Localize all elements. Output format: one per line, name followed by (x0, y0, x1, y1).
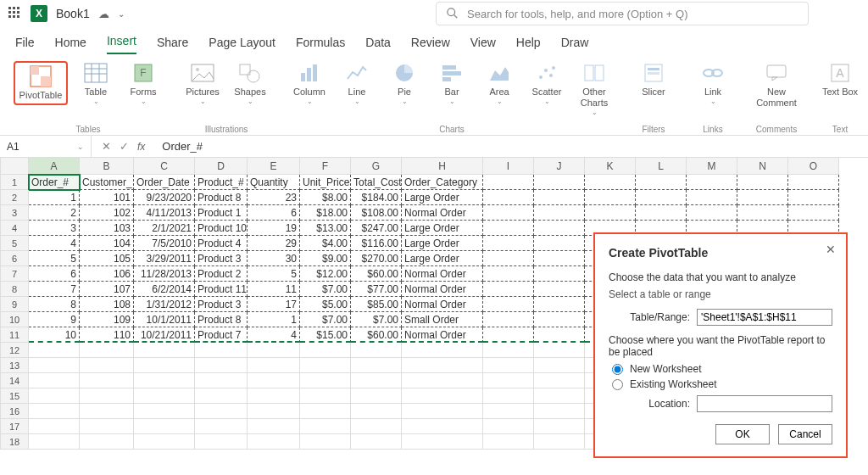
cell[interactable] (80, 358, 134, 373)
cell[interactable]: Order_Date (134, 175, 195, 190)
row-header[interactable]: 1 (0, 175, 29, 190)
cell[interactable] (788, 205, 839, 221)
cell[interactable] (534, 251, 585, 266)
cell[interactable]: $7.00 (300, 312, 351, 327)
chevron-down-icon[interactable]: ⌄ (77, 142, 84, 151)
cell[interactable] (687, 190, 737, 205)
cell[interactable]: $77.00 (351, 282, 402, 297)
cell[interactable] (80, 373, 134, 388)
cell[interactable] (534, 327, 585, 343)
name-box[interactable]: A1⌄ (0, 136, 92, 157)
cell[interactable] (737, 190, 788, 205)
cell[interactable] (534, 358, 585, 373)
cell[interactable] (80, 404, 134, 419)
cell[interactable]: 23 (248, 190, 300, 205)
cell[interactable]: Normal Order (402, 297, 483, 312)
cell[interactable] (636, 205, 687, 221)
tab-review[interactable]: Review (411, 36, 450, 54)
cell[interactable] (134, 404, 195, 419)
formula-input[interactable]: Order_# (155, 140, 868, 153)
cell[interactable] (585, 175, 636, 190)
cell[interactable] (248, 373, 300, 388)
cell[interactable]: 1 (29, 190, 80, 205)
col-header-D[interactable]: D (195, 158, 248, 175)
cell[interactable]: $8.00 (300, 190, 351, 205)
col-header-A[interactable]: A (29, 158, 80, 175)
cell[interactable] (80, 434, 134, 450)
new-worksheet-radio[interactable] (612, 364, 623, 375)
cell[interactable]: Product 1 (195, 205, 248, 221)
cell[interactable]: 1 (248, 312, 300, 327)
cell[interactable] (534, 236, 585, 251)
existing-worksheet-radio[interactable] (612, 379, 623, 390)
cell[interactable]: 108 (80, 297, 134, 312)
col-header-C[interactable]: C (134, 158, 195, 175)
cell[interactable] (737, 205, 788, 221)
cell[interactable]: $60.00 (351, 327, 402, 343)
cell[interactable]: $13.00 (300, 221, 351, 236)
col-header-I[interactable]: I (483, 158, 534, 175)
pivottable-button[interactable]: PivotTable (17, 64, 64, 101)
cell[interactable]: 6 (29, 266, 80, 282)
cell[interactable]: $247.00 (351, 221, 402, 236)
cell[interactable]: 1/31/2012 (134, 297, 195, 312)
row-header[interactable]: 8 (0, 282, 29, 297)
cell[interactable] (300, 404, 351, 419)
cell[interactable]: Normal Order (402, 327, 483, 343)
cell[interactable]: 104 (80, 236, 134, 251)
cancel-formula-icon[interactable]: ✕ (102, 140, 111, 153)
cell[interactable]: 7 (29, 282, 80, 297)
cell[interactable]: Total_Cost (351, 175, 402, 190)
cell[interactable]: 4/11/2013 (134, 205, 195, 221)
cell[interactable] (134, 358, 195, 373)
cell[interactable]: 2 (29, 205, 80, 221)
cell[interactable]: Large Order (402, 190, 483, 205)
cell[interactable] (195, 388, 248, 404)
cell[interactable] (636, 190, 687, 205)
row-header[interactable]: 18 (0, 434, 29, 450)
new-comment-button[interactable]: New Comment (753, 61, 800, 109)
cell[interactable]: Large Order (402, 251, 483, 266)
cell[interactable] (29, 388, 80, 404)
cell[interactable]: $15.00 (300, 327, 351, 343)
cell[interactable] (300, 388, 351, 404)
col-header-L[interactable]: L (636, 158, 687, 175)
cell[interactable]: $60.00 (351, 266, 402, 282)
cell[interactable]: 4 (29, 236, 80, 251)
row-header[interactable]: 7 (0, 266, 29, 282)
cell[interactable] (134, 388, 195, 404)
cell[interactable]: Normal Order (402, 282, 483, 297)
cell[interactable]: Product 2 (195, 266, 248, 282)
cell[interactable] (534, 419, 585, 434)
cell[interactable]: Product 11 (195, 282, 248, 297)
tab-insert[interactable]: Insert (107, 34, 136, 54)
cell[interactable] (483, 327, 534, 343)
cell[interactable] (483, 282, 534, 297)
cell[interactable]: 101 (80, 190, 134, 205)
cell[interactable]: 8 (29, 297, 80, 312)
cell[interactable] (534, 434, 585, 450)
cell[interactable]: 10/1/2011 (134, 312, 195, 327)
cell[interactable]: $9.00 (300, 251, 351, 266)
cell[interactable] (195, 343, 248, 358)
cell[interactable] (534, 266, 585, 282)
cell[interactable]: Product 3 (195, 251, 248, 266)
cell[interactable] (483, 373, 534, 388)
cell[interactable]: 2/1/2021 (134, 221, 195, 236)
bar-chart-button[interactable]: Bar⌄ (432, 61, 471, 116)
cell[interactable]: $116.00 (351, 236, 402, 251)
cell[interactable]: 29 (248, 236, 300, 251)
cell[interactable]: Product_# (195, 175, 248, 190)
tab-share[interactable]: Share (157, 36, 188, 54)
chevron-down-icon[interactable]: ⌄ (118, 9, 125, 19)
slicer-button[interactable]: Slicer (634, 61, 673, 98)
cell[interactable]: $108.00 (351, 205, 402, 221)
cell[interactable]: $184.00 (351, 190, 402, 205)
cloud-icon[interactable]: ☁ (98, 8, 109, 20)
cell[interactable] (636, 175, 687, 190)
textbox-button[interactable]: AText Box (821, 61, 860, 98)
other-charts-button[interactable]: Other Charts⌄ (575, 61, 614, 116)
row-header[interactable]: 5 (0, 236, 29, 251)
cell[interactable] (687, 175, 737, 190)
cell[interactable] (248, 388, 300, 404)
